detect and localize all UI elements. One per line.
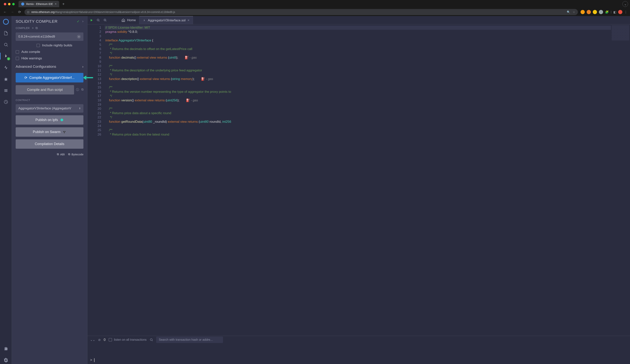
compilation-details-button[interactable]: Compilation Details <box>16 139 84 149</box>
compiler-version-select[interactable]: 0.8.24+commit.e11b9ed9 ▾ <box>16 32 84 41</box>
compile-success-badge: ✓ <box>7 57 10 60</box>
line-gutter: 1234567891011121314151617181920212223242… <box>88 24 104 336</box>
svg-point-0 <box>5 20 7 23</box>
terminal-collapse-icon[interactable]: ⌄⌄ <box>90 338 95 342</box>
settings-icon[interactable] <box>2 356 10 364</box>
chevron-down-icon: ▾ <box>77 35 81 38</box>
extensions: 🧩 | ◧ ⋮ <box>580 10 627 14</box>
minimize-window[interactable] <box>8 3 10 5</box>
compile-run-script-button[interactable]: Compile and Run script <box>16 85 74 94</box>
plugin-icon[interactable] <box>2 345 10 352</box>
library-icon[interactable] <box>2 87 10 94</box>
cursor <box>94 358 94 362</box>
terminal-search-input[interactable]: Search with transaction hash or addre... <box>156 336 223 343</box>
reload-button[interactable]: ⟳ <box>17 10 22 14</box>
copy-bytecode-button[interactable]: ⧉ Bytecode <box>68 152 84 156</box>
play-icon[interactable] <box>90 19 93 22</box>
tab-title: Remix - Ethereum IDE <box>26 2 53 6</box>
terminal-pending-count: 0 <box>104 338 106 342</box>
window-controls <box>4 3 15 5</box>
home-icon <box>122 18 125 22</box>
copy-abi-button[interactable]: ⧉ ABI <box>57 152 65 156</box>
chrome-menu-icon[interactable]: ⋮ <box>624 10 627 14</box>
publish-swarm-button[interactable]: Publish on Swarm <box>16 127 84 137</box>
link-compiler-icon[interactable]: ⧉ <box>36 26 38 30</box>
svg-point-2 <box>5 78 7 81</box>
profile-icon[interactable] <box>618 10 622 14</box>
advanced-config-toggle[interactable]: Advanced Configurations › <box>16 63 84 70</box>
swarm-icon <box>62 130 66 134</box>
file-explorer-icon[interactable] <box>2 30 10 37</box>
tab-file[interactable]: AggregatorV3Interface.sol × <box>139 16 193 24</box>
svg-point-6 <box>64 132 65 133</box>
maximize-window[interactable] <box>12 3 15 5</box>
listen-checkbox[interactable] <box>109 338 112 342</box>
code-editor[interactable]: 1234567891011121314151617181920212223242… <box>88 24 630 336</box>
remix-logo[interactable] <box>2 18 10 26</box>
remix-favicon <box>21 2 24 6</box>
search-icon[interactable] <box>2 41 10 48</box>
ext-icon-4[interactable] <box>599 10 603 14</box>
sidepanel-icon[interactable]: ◧ <box>614 10 616 14</box>
autocompile-checkbox-row[interactable]: Auto compile <box>16 50 84 54</box>
code-content[interactable]: // SPDX-License-Identifier: MITpragma so… <box>104 24 611 336</box>
url-text: remix.ethereum.org/#lang=en&optimize=fal… <box>31 10 175 14</box>
debugger-icon[interactable] <box>2 75 10 83</box>
copy-icon: ⧉ <box>57 152 59 156</box>
terminal-search-icon[interactable] <box>150 338 153 342</box>
svg-point-5 <box>64 131 66 132</box>
ext-icon-3[interactable] <box>593 10 597 14</box>
svg-point-4 <box>63 131 64 132</box>
forward-button[interactable]: → <box>10 10 14 14</box>
listen-checkbox-row[interactable]: listen on all transactions <box>109 338 146 342</box>
close-tab-icon[interactable]: × <box>55 2 56 6</box>
refresh-icon: ⟳ <box>24 76 27 80</box>
address-bar[interactable]: ⊡ remix.ethereum.org/#lang=en&optimize=f… <box>24 9 578 15</box>
hidewarnings-checkbox-row[interactable]: Hide warnings <box>16 56 84 60</box>
svg-point-1 <box>4 43 7 46</box>
browser-tab[interactable]: Remix - Ethereum IDE × <box>18 1 59 7</box>
close-window[interactable] <box>4 3 6 5</box>
hidewarnings-checkbox[interactable] <box>16 57 19 60</box>
autocompile-checkbox[interactable] <box>16 50 19 54</box>
ext-icon-2[interactable] <box>587 10 591 14</box>
contract-select[interactable]: AggregatorV3Interface (AggregatorV ⇕ <box>16 104 84 112</box>
copy-icon[interactable]: ⧉ <box>81 88 84 92</box>
compile-button[interactable]: ⟳ Compile AggregatorV3Interf... <box>16 73 84 82</box>
add-compiler-icon[interactable]: + <box>32 26 34 30</box>
publish-ipfs-button[interactable]: Publish on Ipfs <box>16 115 84 125</box>
ext-icon-1[interactable] <box>580 10 585 14</box>
svg-point-9 <box>150 338 152 341</box>
terminal-prompt[interactable]: > <box>88 356 630 364</box>
close-tab-icon[interactable]: × <box>188 18 190 22</box>
editor-toolbar: Home AggregatorV3Interface.sol × <box>88 16 630 24</box>
chevron-right-icon: › <box>82 64 84 69</box>
panel-title: SOLIDITY COMPILER <box>16 19 58 24</box>
nightly-checkbox[interactable] <box>36 44 40 47</box>
terminal-panel: ⌄⌄ ⊘ 0 listen on all transactions Search… <box>88 336 630 364</box>
deploy-icon[interactable] <box>2 64 10 72</box>
terminal-clear-icon[interactable]: ⊘ <box>98 338 100 342</box>
select-icon: ⇕ <box>79 107 81 110</box>
info-icon[interactable]: ⓘ <box>76 88 79 92</box>
zoom-in-icon[interactable] <box>104 18 107 22</box>
tab-home[interactable]: Home <box>118 16 139 24</box>
extensions-icon[interactable]: 🧩 <box>605 10 609 14</box>
compile-check-icon: ✓ <box>77 19 80 24</box>
minimap[interactable] <box>611 24 630 336</box>
panel-collapse-icon[interactable]: › <box>82 19 84 24</box>
copy-icon: ⧉ <box>68 152 70 156</box>
back-button[interactable]: ← <box>3 10 7 14</box>
analysis-icon[interactable] <box>2 98 10 106</box>
site-info-icon[interactable]: ⊡ <box>27 10 30 14</box>
nightly-checkbox-row[interactable]: Include nightly builds <box>16 44 84 47</box>
zoom-out-icon[interactable] <box>96 18 100 22</box>
star-icon[interactable]: ☆ <box>573 10 575 14</box>
zoom-icon[interactable]: 🔍 <box>567 10 570 14</box>
browser-tab-strip: Remix - Ethereum IDE × + ⌄ <box>0 0 630 8</box>
ipfs-icon <box>60 118 64 122</box>
arrow-annotation <box>82 75 94 80</box>
chrome-dropdown[interactable]: ⌄ <box>622 1 628 7</box>
new-tab-button[interactable]: + <box>61 1 66 7</box>
solidity-compiler-icon[interactable]: ✓ <box>2 52 10 60</box>
